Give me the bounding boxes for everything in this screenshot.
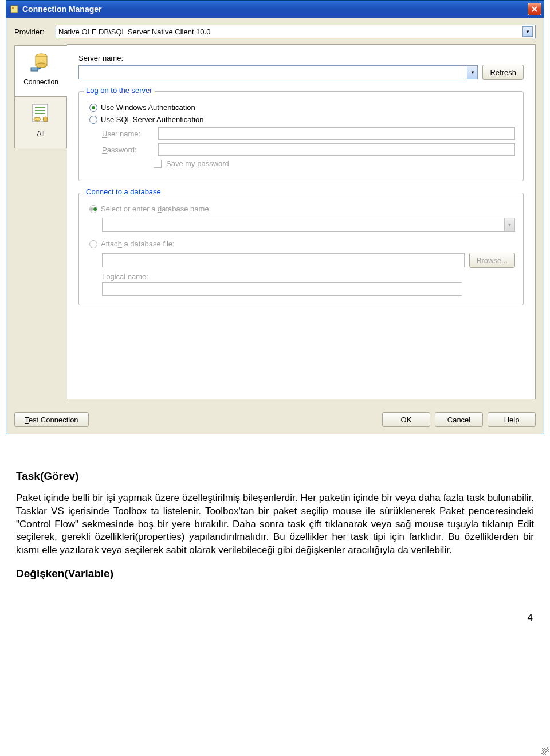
logical-name-input [102, 282, 462, 296]
connection-tab-icon [30, 50, 53, 73]
test-connection-button[interactable]: Test Connection [14, 412, 89, 427]
refresh-button[interactable]: Refresh [482, 65, 524, 80]
svg-point-11 [34, 117, 41, 121]
password-input [158, 143, 515, 156]
database-name-combo[interactable]: ▼ [102, 218, 515, 232]
connection-panel: Server name: ▼ Refresh Log on to the [67, 44, 536, 399]
provider-label: Provider: [14, 28, 56, 36]
provider-combo[interactable]: Native OLE DB\SQL Server Native Client 1… [56, 25, 536, 38]
svg-point-12 [43, 117, 48, 122]
heading-variable: Değişken(Variable) [16, 566, 534, 581]
radio-select-db [89, 205, 97, 213]
logon-groupbox: Log on to the server Use Windows Authent… [78, 91, 524, 181]
svg-line-6 [38, 68, 41, 69]
save-password-label: Save my password [166, 159, 229, 168]
titlebar: Connection Manager [6, 1, 544, 18]
logon-legend: Log on to the server [84, 86, 155, 95]
username-label: User name: [102, 130, 154, 138]
server-name-label: Server name: [78, 54, 524, 62]
svg-rect-1 [12, 7, 14, 9]
svg-point-4 [36, 63, 47, 68]
tab-all-label: All [37, 130, 44, 138]
server-name-combo[interactable]: ▼ [78, 65, 478, 79]
side-tabs: Connection [14, 44, 67, 399]
svg-rect-5 [31, 68, 38, 71]
connect-db-groupbox: Connect to a database Select or enter a … [78, 193, 524, 305]
radio-sql-auth[interactable] [89, 116, 97, 124]
cancel-button[interactable]: Cancel [435, 412, 483, 427]
connection-manager-dialog: Connection Manager Provider: Native OLE … [6, 0, 544, 434]
password-label: Password: [102, 146, 154, 154]
radio-select-db-label: Select or enter a database name: [101, 205, 211, 213]
tab-all[interactable]: All [14, 97, 67, 148]
chevron-down-icon[interactable]: ▼ [522, 26, 533, 37]
provider-value: Native OLE DB\SQL Server Native Client 1… [58, 28, 522, 36]
app-icon [10, 5, 19, 14]
svg-rect-0 [11, 6, 18, 13]
paragraph-task: Paket içinde belli bir işi yapmak üzere … [16, 492, 534, 558]
radio-sql-auth-label: Use SQL Server Authentication [101, 115, 203, 124]
close-button[interactable] [528, 3, 541, 15]
ok-button[interactable]: OK [382, 412, 430, 427]
all-tab-icon [29, 102, 52, 125]
radio-attach-db-label: Attach a database file: [101, 240, 175, 248]
window-title: Connection Manager [22, 5, 528, 14]
tab-connection-label: Connection [23, 78, 58, 86]
page-number: 4 [0, 612, 550, 629]
document-text: Task(Görev) Paket içinde belli bir işi y… [0, 452, 550, 612]
radio-windows-auth[interactable] [89, 104, 97, 112]
tab-connection[interactable]: Connection [14, 45, 67, 97]
attach-file-input [102, 253, 465, 267]
dialog-footer: Test Connection OK Cancel Help [6, 404, 544, 434]
save-password-checkbox [154, 160, 162, 168]
radio-windows-auth-label: Use Windows Authentication [101, 103, 195, 112]
radio-attach-db [89, 240, 97, 248]
username-input [158, 127, 515, 140]
browse-button: Browse... [469, 253, 515, 268]
chevron-down-icon[interactable]: ▼ [467, 66, 477, 79]
logical-name-label: Logical name: [102, 272, 515, 281]
heading-task: Task(Görev) [16, 469, 534, 484]
chevron-down-icon[interactable]: ▼ [504, 218, 514, 231]
connect-db-legend: Connect to a database [84, 187, 163, 196]
help-button[interactable]: Help [488, 412, 536, 427]
